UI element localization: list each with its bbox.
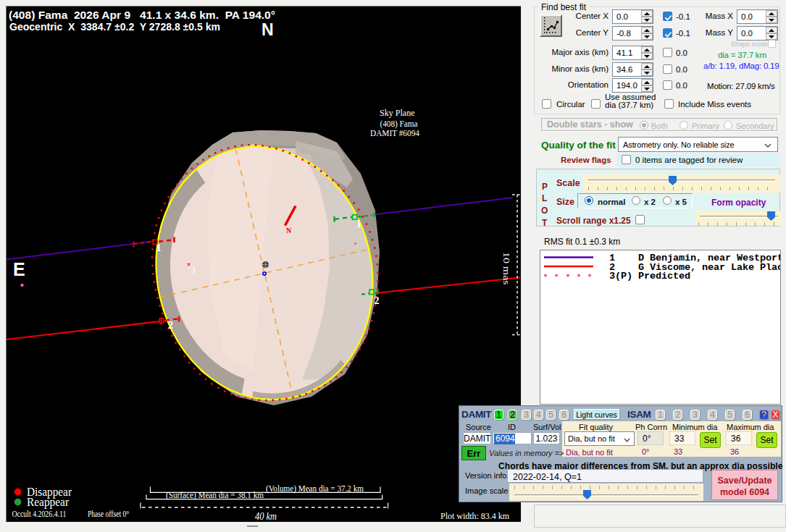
svg-text:Geocentric X 3384.7 ±0.2 Y: Geocentric X 3384.7 ±0.2 Y 2728.8 ±0.5 k… xyxy=(9,20,220,33)
svg-text:10 mas: 10 mas xyxy=(501,252,512,285)
svg-text:N: N xyxy=(262,20,274,39)
svg-text:2: 2 xyxy=(375,295,380,306)
svg-text:Plot width: 83.4 km: Plot width: 83.4 km xyxy=(440,510,509,521)
svg-text:DAMIT #6094: DAMIT #6094 xyxy=(370,127,419,138)
svg-text:(Volume) Mean dia = 37.2 km: (Volume) Mean dia = 37.2 km xyxy=(266,484,364,494)
svg-text:40 km: 40 km xyxy=(255,511,277,522)
svg-text:Sky Plane: Sky Plane xyxy=(380,107,415,118)
svg-text:Occult 4.2026.4.11: Occult 4.2026.4.11 xyxy=(12,509,67,519)
svg-text:3: 3 xyxy=(191,264,196,275)
svg-text:E: E xyxy=(13,259,25,279)
svg-text:Reappear: Reappear xyxy=(27,496,70,509)
svg-text:N: N xyxy=(286,227,292,235)
svg-text:(408) Fama 2026 Apr 9 41.1: (408) Fama 2026 Apr 9 41.1 x 34.6 km. PA… xyxy=(9,9,275,21)
svg-text:1: 1 xyxy=(156,242,162,253)
svg-text:Phase offset 0°: Phase offset 0° xyxy=(88,509,129,519)
svg-text:(Surface) Mean dia = 38.1 km: (Surface) Mean dia = 38.1 km xyxy=(166,490,264,500)
svg-text:1: 1 xyxy=(356,219,361,229)
svg-text:2: 2 xyxy=(168,320,173,331)
